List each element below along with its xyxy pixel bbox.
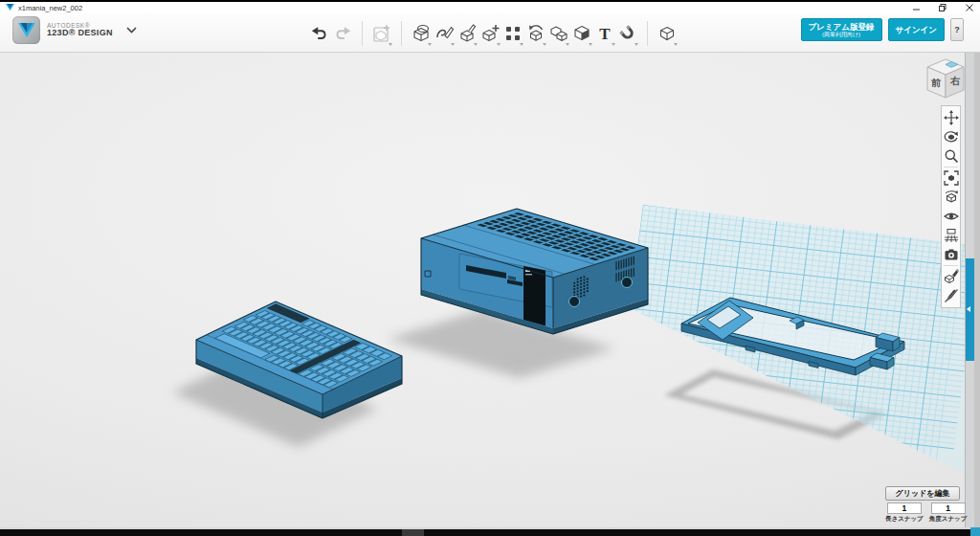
- view-cube-front-label: 前: [930, 78, 942, 88]
- undo-icon[interactable]: [309, 22, 330, 45]
- window-title: x1mania_new2_002: [18, 4, 82, 12]
- pan-icon[interactable]: [943, 109, 960, 126]
- angle-snap-label: 角度スナップ: [929, 515, 968, 524]
- fit-view-icon[interactable]: [943, 169, 960, 187]
- visibility-icon[interactable]: [943, 208, 960, 225]
- panel-divider: [944, 167, 958, 168]
- sketch-icon[interactable]: [434, 22, 455, 45]
- taskbar-strip: [0, 529, 980, 536]
- viewport[interactable]: 前 右: [0, 53, 980, 527]
- dropdown-caret: [612, 43, 615, 46]
- angle-snap: 角度スナップ: [929, 502, 968, 524]
- main-toolbar: AUTODESK® 123D® DESIGN: [0, 13, 980, 53]
- primitives-icon[interactable]: [411, 22, 432, 45]
- close-button[interactable]: [963, 3, 976, 12]
- panel-collapse-handle[interactable]: [966, 258, 974, 361]
- pattern-icon[interactable]: [525, 22, 546, 45]
- construct-icon[interactable]: [479, 22, 501, 45]
- dropdown-caret: [389, 43, 392, 46]
- signin-label: サインイン: [896, 25, 938, 34]
- account-area: プレミアム版登録 (商業利用向け) サインイン ?: [801, 18, 965, 41]
- extrude-icon[interactable]: [457, 22, 478, 45]
- screenshot-icon[interactable]: [943, 246, 960, 263]
- toolbar-separator: [647, 21, 648, 46]
- dropdown-caret: [589, 43, 592, 46]
- app-icon: [6, 4, 14, 11]
- minimize-button[interactable]: [909, 3, 923, 12]
- dropdown-caret: [635, 43, 638, 46]
- dropdown-caret: [474, 43, 478, 46]
- import-icon[interactable]: [371, 22, 392, 45]
- grid-toggle-icon[interactable]: [943, 227, 960, 244]
- shadow-toggle-icon[interactable]: [943, 287, 960, 304]
- brand-text: AUTODESK® 123D® DESIGN: [47, 22, 113, 38]
- text-icon[interactable]: T: [594, 22, 615, 45]
- taskbar-item[interactable]: [402, 529, 424, 536]
- svg-text:T: T: [599, 25, 611, 43]
- navigation-toolbar: [941, 105, 961, 308]
- orbit-icon[interactable]: [943, 128, 960, 145]
- dropdown-caret: [566, 43, 569, 46]
- viewport-canvas[interactable]: [0, 53, 965, 527]
- app-window: x1mania_new2_002 AUTODESK® 123D® DESIGN: [0, 0, 980, 536]
- material-icon[interactable]: [571, 22, 592, 45]
- view-cube-right-label: 右: [949, 76, 961, 86]
- material-edit-icon[interactable]: [943, 268, 960, 285]
- taskbar-accent: [970, 527, 980, 536]
- app-menu-chevron-down-icon[interactable]: [126, 27, 137, 34]
- zoom-icon[interactable]: [943, 147, 960, 165]
- window-controls: [909, 2, 976, 13]
- length-snap: 長さスナップ: [885, 502, 924, 524]
- collapse-arrow-icon: [967, 306, 970, 312]
- combine-icon[interactable]: [548, 22, 569, 45]
- titlebar: x1mania_new2_002: [0, 2, 980, 13]
- window-right-edge: [974, 53, 980, 527]
- premium-label: プレミアム版登録: [809, 22, 875, 32]
- toolbar-separator: [401, 21, 402, 46]
- tool-icons: T: [308, 19, 679, 48]
- snap-icon[interactable]: [617, 22, 638, 45]
- premium-signup-button[interactable]: プレミアム版登録 (商業利用向け): [801, 18, 882, 41]
- transform-icon[interactable]: [502, 22, 523, 45]
- signin-button[interactable]: サインイン: [888, 18, 946, 41]
- dropdown-caret: [520, 43, 523, 46]
- view-orbit-icon[interactable]: [943, 189, 960, 206]
- dropdown-caret: [497, 43, 501, 46]
- sketch-grid: [607, 205, 965, 520]
- dropdown-caret: [674, 43, 678, 46]
- help-button[interactable]: ?: [950, 18, 964, 41]
- grid-settings-panel: グリッドを編集 長さスナップ 角度スナップ: [885, 486, 962, 524]
- length-snap-input[interactable]: [887, 502, 922, 514]
- groups-icon[interactable]: [657, 22, 678, 45]
- brand-product: 123D® DESIGN: [47, 29, 113, 38]
- computer-case-object[interactable]: [421, 209, 648, 334]
- app-menu[interactable]: AUTODESK® 123D® DESIGN: [12, 16, 137, 44]
- snap-settings: 長さスナップ 角度スナップ: [885, 502, 962, 524]
- length-snap-label: 長さスナップ: [885, 515, 924, 524]
- dropdown-caret: [428, 43, 432, 46]
- panel-divider: [944, 265, 958, 266]
- toolbar-separator: [362, 21, 363, 46]
- restore-button[interactable]: [936, 3, 949, 12]
- dropdown-caret: [451, 43, 455, 46]
- edit-grid-button[interactable]: グリッドを編集: [885, 486, 960, 501]
- 123d-logo-icon: [12, 16, 40, 44]
- angle-snap-input[interactable]: [931, 502, 966, 514]
- premium-sublabel: (商業利用向け): [822, 32, 860, 38]
- redo-icon[interactable]: [332, 22, 353, 45]
- dropdown-caret: [543, 43, 546, 46]
